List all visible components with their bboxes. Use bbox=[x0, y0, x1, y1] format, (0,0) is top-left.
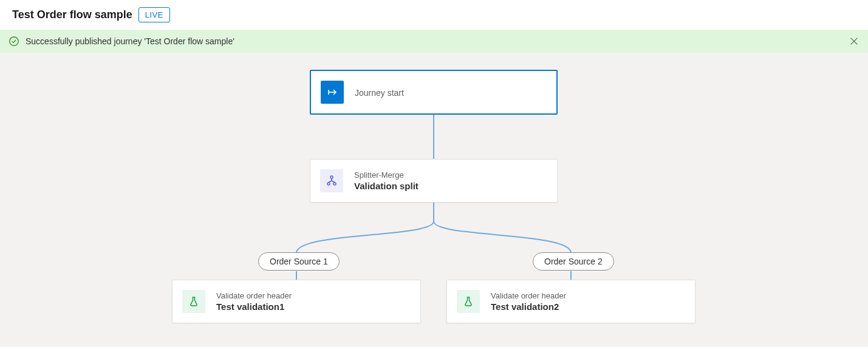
check-circle-icon bbox=[9, 36, 19, 47]
branch-label-1[interactable]: Order Source 1 bbox=[258, 252, 340, 271]
svg-point-11 bbox=[333, 183, 336, 185]
flask-icon bbox=[182, 290, 205, 313]
arrow-start-icon bbox=[321, 81, 344, 104]
status-badge-live: LIVE bbox=[138, 7, 170, 22]
node-validate-1[interactable]: Validate order header Test validation1 bbox=[172, 280, 421, 323]
branch-label-text: Order Source 1 bbox=[270, 257, 328, 266]
close-icon[interactable] bbox=[849, 36, 859, 47]
success-banner: Successfully published journey 'Test Ord… bbox=[0, 30, 868, 53]
branch-label-2[interactable]: Order Source 2 bbox=[533, 252, 614, 271]
journey-canvas[interactable]: Journey start Splitter-Merge Validation … bbox=[0, 53, 868, 347]
split-icon bbox=[320, 169, 343, 192]
node-title: Journey start bbox=[355, 88, 404, 98]
svg-point-10 bbox=[327, 183, 330, 185]
node-title: Test validation1 bbox=[216, 301, 292, 312]
flask-icon bbox=[457, 290, 480, 313]
svg-point-9 bbox=[330, 176, 333, 178]
node-validate-2[interactable]: Validate order header Test validation2 bbox=[446, 280, 695, 323]
page-header: Test Order flow sample LIVE bbox=[0, 0, 868, 30]
node-type-label: Validate order header bbox=[216, 291, 292, 300]
node-type-label: Splitter-Merge bbox=[354, 170, 419, 180]
node-title: Test validation2 bbox=[491, 301, 566, 312]
node-type-label: Validate order header bbox=[491, 291, 566, 300]
banner-message: Successfully published journey 'Test Ord… bbox=[26, 36, 234, 46]
branch-label-text: Order Source 2 bbox=[544, 257, 603, 266]
node-title: Validation split bbox=[354, 181, 419, 191]
node-journey-start[interactable]: Journey start bbox=[310, 70, 558, 115]
node-splitter[interactable]: Splitter-Merge Validation split bbox=[310, 159, 558, 203]
svg-point-0 bbox=[10, 37, 18, 45]
page-title: Test Order flow sample bbox=[12, 8, 132, 21]
